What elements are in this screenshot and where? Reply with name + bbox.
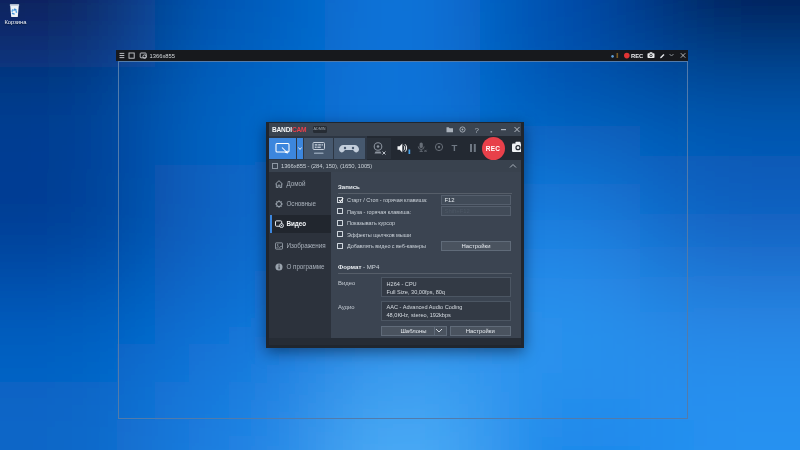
svg-text:?: ? xyxy=(474,126,479,135)
svg-text:T: T xyxy=(451,142,457,153)
